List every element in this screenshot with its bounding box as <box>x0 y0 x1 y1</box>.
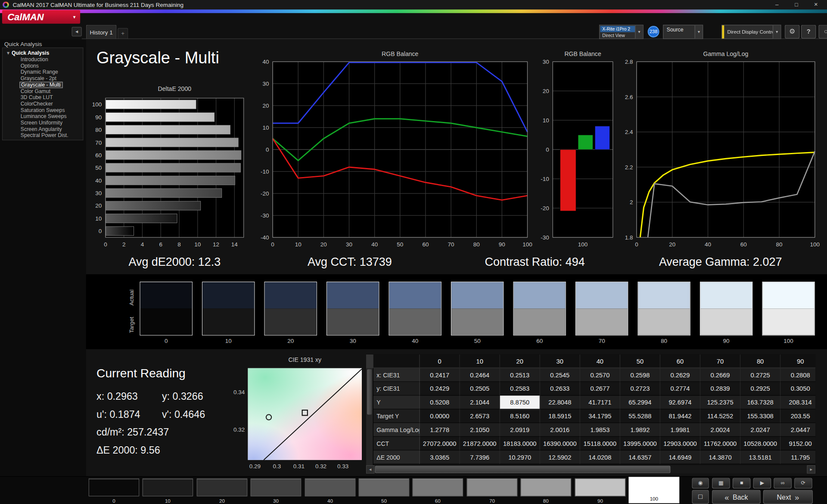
table-cell[interactable]: 0.2629 <box>660 368 700 382</box>
new-tab-button[interactable]: + <box>118 28 128 39</box>
table-cell[interactable]: 0.2583 <box>500 382 540 396</box>
table-cell[interactable]: 13.5181 <box>740 451 780 464</box>
chevron-down-icon[interactable]: ▼ <box>635 25 643 39</box>
level-patch-40[interactable] <box>305 479 356 497</box>
table-cell[interactable]: 14.3870 <box>700 451 740 464</box>
table-cell[interactable]: 9152.00 <box>780 437 815 451</box>
level-patch-80[interactable] <box>521 479 572 497</box>
stop-icon[interactable]: ■ <box>733 478 751 488</box>
sidebar-item-grayscale-2pt[interactable]: Grayscale - 2pt <box>3 75 83 82</box>
table-cell[interactable]: 2.0919 <box>500 423 540 437</box>
tree-root-quick-analysis[interactable]: ▾Quick Analysis <box>3 50 83 56</box>
table-cell[interactable]: 16390.0000 <box>540 437 580 451</box>
table-cell[interactable]: 0.2464 <box>460 368 500 382</box>
table-cell[interactable]: 2.0447 <box>780 423 815 437</box>
scroll-right-icon[interactable]: ▸ <box>807 465 815 474</box>
table-cell[interactable]: 0.2417 <box>420 368 460 382</box>
table-cell[interactable]: 18183.0000 <box>500 437 540 451</box>
chevron-down-icon[interactable]: ▼ <box>695 25 703 39</box>
source-selector[interactable]: Source ▼ <box>663 25 703 39</box>
table-cell[interactable]: 27072.0000 <box>420 437 460 451</box>
table-horizontal-scrollbar[interactable]: ◂ ▸ <box>366 465 815 474</box>
table-col-header-50[interactable]: 50 <box>620 355 660 368</box>
level-patch-90[interactable] <box>575 479 626 497</box>
sidebar-collapse-button[interactable]: ◂ <box>72 27 82 36</box>
table-cell[interactable]: 14.0208 <box>580 451 620 464</box>
play-icon[interactable]: ▶ <box>753 478 771 488</box>
table-cell[interactable]: 0.5208 <box>420 395 460 409</box>
table-cell[interactable]: 0.0000 <box>420 409 460 423</box>
table-cell[interactable]: 12.5902 <box>540 451 580 464</box>
sidebar-item-3d-cube-lut[interactable]: 3D Cube LUT <box>3 94 83 101</box>
scrollbar-thumb[interactable] <box>367 369 372 414</box>
table-cell[interactable]: 14.6357 <box>620 451 660 464</box>
table-cell[interactable]: 0.3050 <box>780 382 815 396</box>
table-cell[interactable]: 3.0365 <box>420 451 460 464</box>
table-cell[interactable]: 65.2994 <box>620 395 660 409</box>
table-col-header-60[interactable]: 60 <box>660 355 700 368</box>
sidebar-item-color-gamut[interactable]: Color Gamut <box>3 88 83 94</box>
sidebar-item-screen-angularity[interactable]: Screen Angularity <box>3 126 83 133</box>
table-cell[interactable]: 22.8048 <box>540 395 580 409</box>
sidebar-item-dynamic-range[interactable]: Dynamic Range <box>3 69 83 75</box>
table-cell[interactable]: 14.6949 <box>660 451 700 464</box>
table-cell[interactable]: 8.8750 <box>500 395 540 409</box>
table-cell[interactable]: 2.0016 <box>540 423 580 437</box>
sidebar-item-screen-uniformity[interactable]: Screen Uniformity <box>3 120 83 126</box>
aperture-icon[interactable]: ◉ <box>692 478 709 488</box>
table-cell[interactable]: 1.2778 <box>420 423 460 437</box>
table-cell[interactable]: 1.9981 <box>660 423 700 437</box>
table-cell[interactable]: 13995.0000 <box>620 437 660 451</box>
table-cell[interactable]: 10.2970 <box>500 451 540 464</box>
meter-selector[interactable]: X-Rite i1Pro 2 Direct View ▼ <box>599 25 644 39</box>
table-cell[interactable]: 0.2925 <box>740 382 780 396</box>
table-cell[interactable]: 7.7396 <box>460 451 500 464</box>
sidebar-item-colorchecker[interactable]: ColorChecker <box>3 101 83 107</box>
refresh-icon[interactable]: ⟳ <box>794 478 812 488</box>
scroll-left-icon[interactable]: ◂ <box>366 465 375 474</box>
table-cell[interactable]: 2.0247 <box>740 423 780 437</box>
level-patch-70[interactable] <box>467 479 518 497</box>
table-cell[interactable]: 203.55 <box>780 409 815 423</box>
table-cell[interactable]: 81.9442 <box>660 409 700 423</box>
clipped-edge-button[interactable]: ○ <box>818 25 827 39</box>
table-cell[interactable]: 0.2677 <box>580 382 620 396</box>
sidebar-item-options[interactable]: Options <box>3 63 83 69</box>
level-patch-20[interactable] <box>197 479 248 497</box>
table-cell[interactable]: 1.9853 <box>580 423 620 437</box>
table-cell[interactable]: 92.6974 <box>660 395 700 409</box>
table-col-header-10[interactable]: 10 <box>460 355 500 368</box>
sidebar-item-spectral-power-dist[interactable]: Spectral Power Dist. <box>3 132 83 139</box>
next-button[interactable]: Next » <box>763 490 813 504</box>
table-cell[interactable]: 0.2513 <box>500 368 540 382</box>
table-cell[interactable]: 2.6573 <box>460 409 500 423</box>
table-cell[interactable]: 1.9892 <box>620 423 660 437</box>
table-cell[interactable]: 0.2723 <box>620 382 660 396</box>
minimize-button[interactable]: – <box>768 0 787 9</box>
tab-history-1[interactable]: History 1 <box>86 25 117 39</box>
table-cell[interactable]: 15118.0000 <box>580 437 620 451</box>
table-cell[interactable]: 163.7328 <box>740 395 780 409</box>
table-col-header-80[interactable]: 80 <box>740 355 780 368</box>
table-cell[interactable]: 12903.0000 <box>660 437 700 451</box>
table-cell[interactable]: 11762.0000 <box>700 437 740 451</box>
table-col-header-70[interactable]: 70 <box>700 355 740 368</box>
table-cell[interactable]: 2.1044 <box>460 395 500 409</box>
grid-icon[interactable]: ▦ <box>712 478 730 488</box>
table-col-header-0[interactable]: 0 <box>420 355 460 368</box>
table-cell[interactable]: 208.314 <box>780 395 815 409</box>
loop-icon[interactable]: ∞ <box>774 478 792 488</box>
table-cell[interactable]: 11.795 <box>780 451 815 464</box>
table-cell[interactable]: 34.1795 <box>580 409 620 423</box>
sidebar-item-saturation-sweeps[interactable]: Saturation Sweeps <box>3 107 83 114</box>
table-cell[interactable]: 18.5915 <box>540 409 580 423</box>
table-cell[interactable]: 21872.0000 <box>460 437 500 451</box>
table-cell[interactable]: 155.3308 <box>740 409 780 423</box>
table-vertical-scrollbar[interactable] <box>366 355 373 465</box>
patch-window-icon[interactable]: □ <box>692 490 709 504</box>
table-cell[interactable]: 0.2598 <box>620 368 660 382</box>
level-patch-60[interactable] <box>413 479 463 497</box>
tree-expander-icon[interactable]: ▾ <box>7 50 9 56</box>
table-cell[interactable]: 0.2570 <box>580 368 620 382</box>
level-patch-50[interactable] <box>359 479 410 497</box>
